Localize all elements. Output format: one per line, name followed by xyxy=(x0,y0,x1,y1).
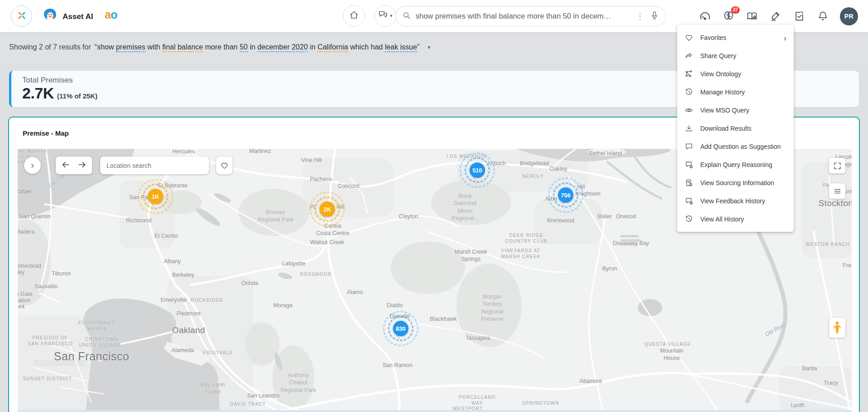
menu-item-label: Add Question as Suggestion xyxy=(700,143,781,150)
query-term: which had xyxy=(348,43,385,51)
query-term: more than xyxy=(203,43,240,51)
query-text: show premises with final balance more th… xyxy=(97,43,417,51)
menu-item-label: Manage History xyxy=(700,88,745,96)
search-icon xyxy=(402,11,411,22)
results-prefix: Showing 2 of 7 results for xyxy=(9,43,91,51)
map-nav-arrows xyxy=(56,157,92,174)
menu-item-label: Favorites xyxy=(700,34,727,41)
menu-item-label: Download Results xyxy=(700,125,752,132)
usage-gauge-icon[interactable] xyxy=(698,10,711,23)
menu-item-label: View Ontology xyxy=(700,70,741,78)
expand-panel-button[interactable]: › xyxy=(24,157,41,174)
query-term: in xyxy=(248,43,257,51)
menu-item-explain-query-reasoning[interactable]: Explain Query Reasoning xyxy=(677,156,794,174)
assistant-avatar-icon xyxy=(42,7,58,26)
product-name: Asset AI xyxy=(63,12,93,21)
chat-bubbles-icon xyxy=(378,10,388,22)
chevron-right-icon: › xyxy=(784,34,786,42)
ao-logo: ao xyxy=(105,8,117,21)
chat-clock-icon xyxy=(684,196,693,206)
ontology-icon xyxy=(684,69,693,78)
list-lines-icon xyxy=(833,187,842,196)
menu-item-manage-history[interactable]: Manage History xyxy=(677,83,794,101)
query-term: leak issue xyxy=(385,43,417,52)
location-search-input[interactable] xyxy=(107,162,203,169)
menu-item-label: View Sourcing Information xyxy=(700,179,774,186)
user-avatar[interactable]: PR xyxy=(840,7,858,25)
results-dropdown-caret[interactable]: ▼ xyxy=(427,45,431,50)
menu-item-favorites[interactable]: Favorites› xyxy=(677,29,794,47)
query-mode-button[interactable]: ▼ xyxy=(374,5,396,27)
menu-item-view-ontology[interactable]: View Ontology xyxy=(677,65,794,83)
notification-count-badge: 37 xyxy=(731,6,740,14)
map-legend-button[interactable] xyxy=(829,183,845,199)
query-term: 50 xyxy=(240,43,248,52)
microphone-icon[interactable] xyxy=(650,10,659,22)
product-logo[interactable]: Asset AI xyxy=(42,7,93,26)
history-icon xyxy=(684,88,693,97)
home-icon xyxy=(349,10,359,22)
back-arrow-icon[interactable] xyxy=(61,160,71,172)
history-icon xyxy=(684,215,693,224)
menu-item-label: View All History xyxy=(700,216,744,223)
cluster-count: 830 xyxy=(393,321,408,336)
kpi-label: Total Premises xyxy=(22,76,73,85)
menu-item-label: Explain Query Reasoning xyxy=(700,161,772,168)
location-search-box[interactable] xyxy=(100,157,209,174)
heart-icon xyxy=(220,161,229,170)
share-icon xyxy=(684,51,693,60)
chat-icon xyxy=(684,142,693,151)
query-term: final balance xyxy=(162,43,203,52)
home-button[interactable] xyxy=(343,5,365,27)
query-term: show xyxy=(97,43,116,51)
menu-item-label: View Feedback History xyxy=(700,197,765,205)
bell-icon[interactable] xyxy=(816,10,829,23)
cluster-count: 1K xyxy=(148,189,163,204)
bottom-strip xyxy=(18,410,852,412)
chevron-down-icon: ▼ xyxy=(389,14,393,18)
cluster-count: 2K xyxy=(320,201,335,217)
map-card-title: Premise - Map xyxy=(23,129,69,137)
fullscreen-button[interactable] xyxy=(829,158,845,173)
doc-info-icon xyxy=(684,178,693,187)
menu-item-download-results[interactable]: Download Results xyxy=(677,119,794,137)
query-term: december 2020 xyxy=(257,43,308,52)
menu-item-view-sourcing-information[interactable]: View Sourcing Information xyxy=(677,174,794,192)
forward-arrow-icon[interactable] xyxy=(77,160,87,172)
heart-icon xyxy=(684,33,693,42)
menu-item-share-query[interactable]: Share Query xyxy=(677,47,794,65)
query-term: with xyxy=(145,43,162,51)
tasks-clipboard-icon[interactable] xyxy=(793,10,805,23)
menu-item-label: View MSO Query xyxy=(700,107,749,114)
annotate-pen-icon[interactable] xyxy=(769,10,782,23)
eye-icon xyxy=(684,106,693,115)
menu-item-add-question-as-suggestion[interactable]: Add Question as Suggestion xyxy=(677,137,794,156)
query-term: California xyxy=(317,43,348,52)
fullscreen-icon xyxy=(833,162,842,170)
query-term: in xyxy=(308,43,317,51)
context-menu: Favorites›Share QueryView OntologyManage… xyxy=(677,25,794,232)
chat-info-icon xyxy=(684,160,693,169)
app-launcher-button[interactable] xyxy=(11,5,32,27)
kpi-subvalue: (11% of 25K) xyxy=(57,92,97,100)
search-bar[interactable]: ⋮ xyxy=(395,6,666,26)
query-term: premises xyxy=(116,43,145,52)
cluster-count: 510 xyxy=(470,162,485,178)
pinwheel-icon xyxy=(16,10,28,23)
cluster-count: 756 xyxy=(558,187,573,203)
pegman-icon xyxy=(833,321,842,334)
pegman-button[interactable] xyxy=(829,318,845,338)
context-menu-list: Favorites›Share QueryView OntologyManage… xyxy=(677,29,794,228)
more-options-icon[interactable]: ⋮ xyxy=(635,12,645,20)
search-input[interactable] xyxy=(416,12,630,20)
knowledge-book-icon[interactable] xyxy=(746,10,758,23)
favorite-location-button[interactable] xyxy=(216,157,233,174)
ai-brain-icon[interactable]: 37 xyxy=(722,10,735,23)
menu-item-view-feedback-history[interactable]: View Feedback History xyxy=(677,192,794,210)
menu-item-label: Share Query xyxy=(700,52,736,59)
close-quote: ” xyxy=(417,43,419,51)
menu-item-view-all-history[interactable]: View All History xyxy=(677,210,794,228)
kpi-value: 2.7K xyxy=(22,84,54,102)
download-icon xyxy=(684,124,693,133)
menu-item-view-mso-query[interactable]: View MSO Query xyxy=(677,101,794,119)
